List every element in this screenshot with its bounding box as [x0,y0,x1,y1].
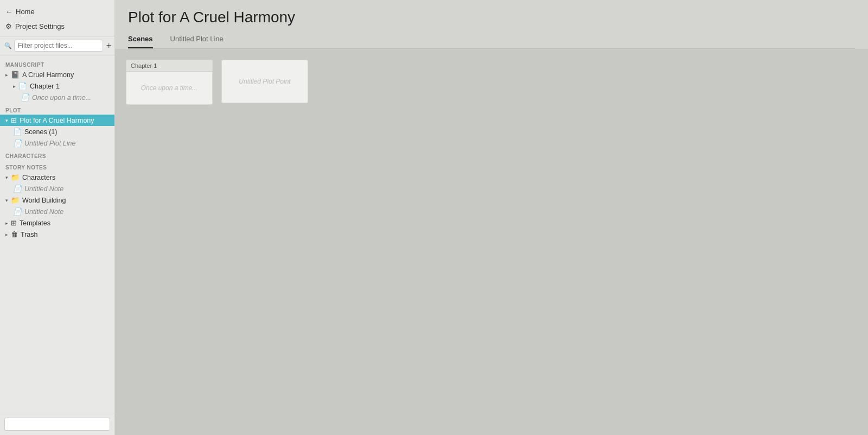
home-label: Home [16,8,35,16]
plot-icon: ⊞ [11,116,17,124]
sidebar-item-untitled-plot-line[interactable]: 📄 Untitled Plot Line [0,137,114,149]
template-icon: ⊞ [11,219,17,227]
project-settings-button[interactable]: ⚙ Project Settings [4,20,110,33]
sidebar-item-world-building[interactable]: ▾ 📁 World Building [0,194,114,206]
folder-icon: 📁 [11,173,20,181]
filter-row: 🔍 + [0,36,114,55]
sidebar-item-label: Chapter 1 [30,83,60,90]
gear-icon: ⚙ [5,22,12,30]
chevron-right-icon: ▸ [5,220,8,226]
sidebar-item-label: Untitled Plot Line [24,140,76,147]
main-tabs: Scenes Untitled Plot Line [128,33,855,49]
sidebar-item-untitled-note-2[interactable]: 📄 Untitled Note [0,206,114,217]
sidebar-item-plot-root[interactable]: ▾ ⊞ Plot for A Cruel Harmony [0,115,114,126]
sidebar-item-chapter1[interactable]: ▸ 📄 Chapter 1 [0,80,114,92]
doc-icon: 📄 [21,93,29,102]
chevron-right-icon: ▸ [5,232,8,237]
sidebar-item-templates[interactable]: ▸ ⊞ Templates [0,217,114,229]
manuscript-section-label: MANUSCRIPT [0,58,114,69]
page-title: Plot for A Cruel Harmony [128,9,855,26]
sidebar-top: ← Home ⚙ Project Settings [0,0,114,36]
home-button[interactable]: ← Home [4,5,110,18]
sidebar-item-label: A Cruel Harmony [22,71,74,79]
sidebar-item-label: Characters [22,174,55,181]
chevron-right-icon: ▸ [5,72,8,78]
sidebar-item-untitled-note-1[interactable]: 📄 Untitled Note [0,183,114,194]
plot-card-body-1: Once upon a time... [126,72,212,104]
sidebar-item-a-cruel-harmony[interactable]: ▸ 📓 A Cruel Harmony [0,69,114,80]
tab-untitled-plot-line[interactable]: Untitled Plot Line [170,33,224,48]
plot-card-body-2: Untitled Plot Point [239,78,290,85]
doc-icon: 📄 [13,139,22,147]
plot-card-1[interactable]: Chapter 1 Once upon a time... [126,60,213,105]
search-icon: 🔍 [4,42,12,49]
plot-card-header-1: Chapter 1 [126,60,212,72]
doc-icon: 📄 [13,185,22,193]
sidebar: ← Home ⚙ Project Settings 🔍 + MANUSCRIPT… [0,0,115,435]
main-body: Chapter 1 Once upon a time... Untitled P… [115,49,868,435]
chevron-down-icon: ▾ [5,175,8,180]
sidebar-bottom-input[interactable] [4,418,110,431]
sidebar-item-trash[interactable]: ▸ 🗑 Trash [0,229,114,240]
main-content: Plot for A Cruel Harmony Scenes Untitled… [115,0,868,435]
back-arrow-icon: ← [5,8,12,16]
chevron-down-icon: ▾ [5,118,8,123]
doc-icon: 📄 [18,82,27,90]
project-settings-label: Project Settings [15,22,65,30]
sidebar-item-label: Scenes (1) [24,128,57,136]
trash-icon: 🗑 [11,230,18,238]
search-input[interactable] [14,40,103,52]
chevron-right-icon: ▸ [13,84,16,89]
sidebar-nav: MANUSCRIPT ▸ 📓 A Cruel Harmony ▸ 📄 Chapt… [0,55,114,413]
sidebar-bottom [0,413,114,435]
sidebar-item-scenes[interactable]: 📄 Scenes (1) [0,126,114,137]
sidebar-item-label: Untitled Note [24,208,63,216]
doc-icon: 📄 [13,128,22,136]
folder-icon: 📁 [11,196,20,204]
book-icon: 📓 [11,71,20,79]
tab-scenes[interactable]: Scenes [128,33,153,48]
sidebar-item-characters-folder[interactable]: ▾ 📁 Characters [0,172,114,183]
plot-section-label: PLOT [0,103,114,115]
sidebar-item-once-upon[interactable]: 📄 Once upon a time... [0,92,114,103]
sidebar-item-label: Templates [20,219,50,227]
sidebar-item-label: Untitled Note [24,185,63,193]
sidebar-item-label: Once upon a time... [32,94,91,102]
sidebar-item-label: Plot for A Cruel Harmony [20,117,94,124]
add-button[interactable]: + [105,41,112,51]
sidebar-item-label: Trash [21,231,38,238]
main-header: Plot for A Cruel Harmony Scenes Untitled… [115,0,868,49]
sidebar-item-label: World Building [22,197,66,204]
characters-section-label: CHARACTERS [0,149,114,160]
story-notes-section-label: STORY NOTES [0,160,114,172]
chevron-down-icon: ▾ [5,198,8,203]
doc-icon: 📄 [13,207,22,216]
plot-card-2[interactable]: Untitled Plot Point [221,60,308,103]
